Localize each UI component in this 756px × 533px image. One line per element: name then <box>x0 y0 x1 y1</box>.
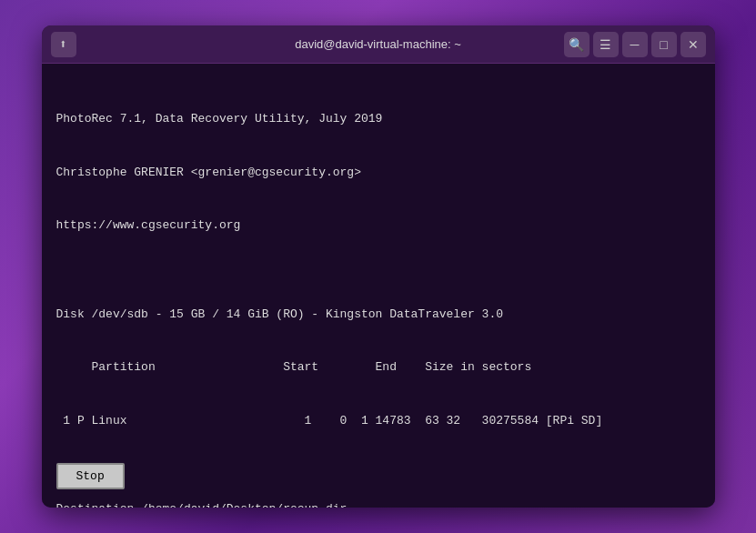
output-line-3: https://www.cgsecurity.org <box>56 216 701 235</box>
minimize-button[interactable]: ─ <box>622 32 648 57</box>
terminal-icon: ⬆ <box>51 32 76 57</box>
close-button[interactable]: ✕ <box>680 32 706 57</box>
output-line-7: 1 P Linux 1 0 1 14783 63 32 30275584 [RP… <box>56 412 701 430</box>
stop-button-area: Stop <box>56 463 125 489</box>
search-button[interactable]: 🔍 <box>564 32 590 57</box>
output-line-9: Destination /home/david/Desktop/recup_di… <box>56 500 701 508</box>
maximize-button[interactable]: □ <box>651 32 677 57</box>
terminal-output: PhotoRec 7.1, Data Recovery Utility, Jul… <box>56 75 701 508</box>
titlebar-title: david@david-virtual-machine: ~ <box>295 37 461 51</box>
output-line-2: Christophe GRENIER <grenier@cgsecurity.o… <box>56 164 701 182</box>
output-line-6: Partition Start End Size in sectors <box>56 358 701 377</box>
menu-icon: ☰ <box>600 37 611 52</box>
titlebar: ⬆ david@david-virtual-machine: ~ 🔍 ☰ ─ □… <box>42 25 715 64</box>
terminal-window: ⬆ david@david-virtual-machine: ~ 🔍 ☰ ─ □… <box>42 25 715 508</box>
search-icon: 🔍 <box>569 37 584 52</box>
terminal-body: PhotoRec 7.1, Data Recovery Utility, Jul… <box>42 64 715 508</box>
close-icon: ✕ <box>688 37 699 52</box>
output-line-5: Disk /dev/sdb - 15 GB / 14 GiB (RO) - Ki… <box>56 306 701 324</box>
stop-button[interactable]: Stop <box>56 463 125 489</box>
maximize-icon: □ <box>660 37 667 52</box>
menu-button[interactable]: ☰ <box>593 32 619 57</box>
titlebar-left: ⬆ <box>51 32 76 57</box>
output-line-1: PhotoRec 7.1, Data Recovery Utility, Jul… <box>56 110 701 128</box>
minimize-icon: ─ <box>630 37 640 52</box>
titlebar-controls: 🔍 ☰ ─ □ ✕ <box>564 32 706 57</box>
